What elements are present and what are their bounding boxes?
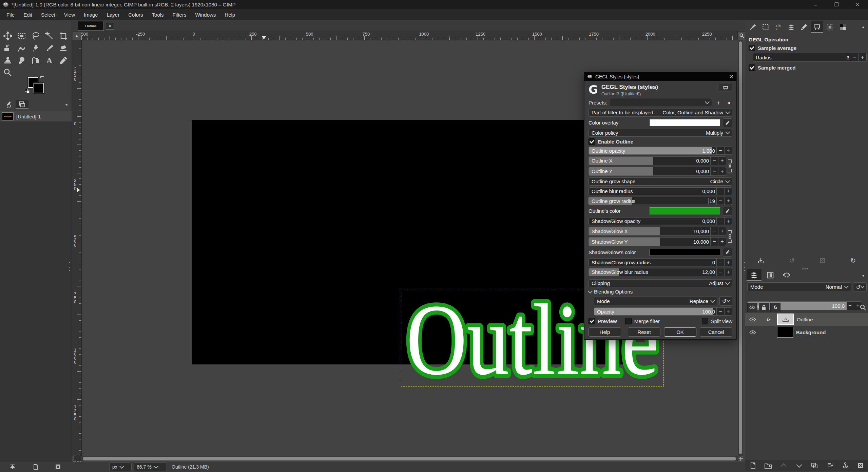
- menu-image[interactable]: Image: [79, 10, 102, 20]
- increment-button[interactable]: +: [724, 147, 732, 154]
- enable-outline-checkbox[interactable]: Enable Outline: [589, 138, 732, 145]
- dock-collapse-icon[interactable]: ◂: [862, 24, 864, 30]
- menu-filters[interactable]: Filters: [168, 10, 191, 20]
- text-tool-icon[interactable]: A: [42, 54, 56, 67]
- dock-resize-grip[interactable]: [744, 262, 746, 271]
- fx-icon[interactable]: fx: [770, 303, 780, 312]
- ok-button[interactable]: OK: [664, 327, 696, 337]
- h-ruler[interactable]: -500-25002505007501000125015001750200022…: [81, 31, 738, 40]
- outline-blur-radius-slider[interactable]: Outline blur radius 0,000 − +: [589, 187, 732, 195]
- checkbox-icon[interactable]: [625, 318, 632, 324]
- tab-channels[interactable]: [763, 269, 778, 281]
- smudge-tool-icon[interactable]: [15, 54, 28, 67]
- move-tool-icon[interactable]: [1, 30, 15, 42]
- layer-row-outline[interactable]: fx A Outline: [745, 313, 868, 326]
- decrement-button[interactable]: −: [716, 308, 724, 315]
- color-overlay-swatch[interactable]: [650, 119, 720, 126]
- ink-tool-icon[interactable]: [28, 54, 42, 67]
- blending-options-expander[interactable]: Blending Options: [589, 289, 732, 295]
- delete-layer-icon[interactable]: [855, 461, 866, 470]
- decrement-button[interactable]: −: [716, 147, 724, 154]
- increment-button[interactable]: +: [718, 238, 726, 246]
- dock-resize-grip[interactable]: [69, 262, 71, 271]
- rectangle-select-tool-icon[interactable]: [15, 30, 28, 42]
- checkbox-icon[interactable]: [749, 64, 755, 71]
- minimize-button[interactable]: –: [805, 0, 826, 9]
- outline-x-slider[interactable]: Outline X 0,000 − +: [589, 156, 726, 165]
- layer-fx-badge-icon[interactable]: fx: [760, 317, 777, 322]
- save-tool-preset-icon[interactable]: [757, 257, 764, 264]
- filter-graph-button[interactable]: [719, 84, 732, 92]
- sample-average-checkbox[interactable]: Sample average: [749, 45, 796, 51]
- shadow-blur-radius-slider[interactable]: Shadow/Glow blur radius 12,00 − +: [589, 268, 732, 276]
- decrement-button[interactable]: −: [710, 238, 718, 246]
- delete-tool-preset-icon[interactable]: [819, 258, 826, 264]
- lower-layer-icon[interactable]: [794, 461, 804, 470]
- layer-visibility-eye-icon[interactable]: [745, 317, 760, 322]
- shadow-grow-radius-slider[interactable]: Shadow/Glow grow radius 0 − +: [589, 258, 732, 266]
- merge-filter-checkbox[interactable]: Merge filter: [625, 318, 660, 324]
- crop-tool-icon[interactable]: [56, 30, 70, 42]
- decrement-button[interactable]: −: [716, 259, 724, 266]
- reset-tool-options-icon[interactable]: ↻: [850, 257, 856, 265]
- ruler-corner-button[interactable]: ▸: [73, 31, 81, 40]
- navigation-preview-icon[interactable]: [738, 456, 744, 461]
- quick-mask-toggle-icon[interactable]: [74, 456, 81, 462]
- checkbox-icon[interactable]: [702, 318, 708, 324]
- merge-down-icon[interactable]: [825, 461, 835, 470]
- horizontal-scrollbar[interactable]: [81, 456, 738, 461]
- zoom-select[interactable]: 66,7 %: [134, 462, 167, 471]
- restore-button[interactable]: ❐: [826, 0, 847, 9]
- preview-checkbox[interactable]: Preview: [589, 318, 617, 324]
- menu-windows[interactable]: Windows: [191, 10, 220, 20]
- decrement-button[interactable]: −: [710, 227, 718, 235]
- menu-file[interactable]: File: [2, 10, 19, 20]
- default-colors-icon[interactable]: [25, 89, 30, 93]
- toolbox-collapse-icon[interactable]: ◂: [65, 102, 67, 107]
- duplicate-layer-icon[interactable]: [809, 461, 819, 470]
- eyedropper-icon[interactable]: [723, 207, 732, 215]
- split-view-checkbox[interactable]: Split view: [702, 318, 732, 324]
- dialog-close-icon[interactable]: ✕: [729, 74, 734, 80]
- selection-tab-icon[interactable]: [759, 21, 772, 33]
- add-preset-icon[interactable]: ＋: [715, 99, 722, 106]
- blend-opacity-slider[interactable]: Opacity 100,0 − +: [594, 307, 732, 316]
- menu-view[interactable]: View: [60, 10, 79, 20]
- new-layer-icon[interactable]: [748, 461, 758, 470]
- increment-button[interactable]: +: [724, 188, 732, 195]
- increment-button[interactable]: +: [724, 308, 732, 315]
- vertical-scrollbar-thumb[interactable]: [739, 41, 742, 454]
- decrement-button[interactable]: −: [716, 218, 724, 225]
- increment-button[interactable]: +: [724, 197, 732, 205]
- tab-tool-options[interactable]: i: [1, 100, 14, 109]
- bucket-fill-tool-icon[interactable]: [28, 42, 42, 54]
- eyedropper-icon[interactable]: [723, 118, 732, 127]
- outline-opacity-slider[interactable]: Outline opacity 1,000 − +: [589, 147, 732, 155]
- increment-button[interactable]: +: [718, 157, 726, 165]
- checkbox-icon[interactable]: [589, 138, 595, 145]
- dock-splitter-handle[interactable]: •••: [802, 267, 809, 271]
- blend-mode-select[interactable]: Mode Replace: [594, 297, 717, 305]
- eraser-tool-icon[interactable]: [56, 42, 70, 54]
- shadow-x-slider[interactable]: Shadow/Glow X 10,000 − +: [589, 227, 726, 235]
- menu-edit[interactable]: Edit: [19, 10, 37, 20]
- increment-button[interactable]: +: [724, 268, 732, 276]
- background-color-swatch[interactable]: [34, 83, 44, 93]
- cancel-button[interactable]: Cancel: [700, 327, 732, 337]
- layer-visibility-eye-icon[interactable]: [745, 330, 760, 335]
- tab-layers[interactable]: [747, 269, 761, 281]
- outline-color-swatch[interactable]: [650, 207, 720, 214]
- warp-transform-tool-icon[interactable]: [15, 42, 28, 54]
- menu-colors[interactable]: Colors: [124, 10, 147, 20]
- image-list-item[interactable]: Outline [Untitled]-1: [0, 111, 72, 121]
- shadow-color-swatch[interactable]: [650, 249, 720, 256]
- shadow-opacity-slider[interactable]: Shadow/Glow opacity 0,000 − +: [589, 217, 732, 225]
- reset-button[interactable]: Reset: [628, 327, 660, 337]
- search-layers-icon[interactable]: [860, 304, 866, 310]
- chain-link-icon[interactable]: [728, 227, 732, 246]
- zoom-tool-icon[interactable]: [1, 67, 15, 79]
- clipping-select[interactable]: Clipping Adjust: [589, 279, 732, 287]
- text-options-tab-icon[interactable]: abc: [772, 21, 785, 33]
- paintbrush-tab-icon[interactable]: [747, 21, 759, 33]
- color-policy-select[interactable]: Color policy Multiply: [589, 129, 732, 137]
